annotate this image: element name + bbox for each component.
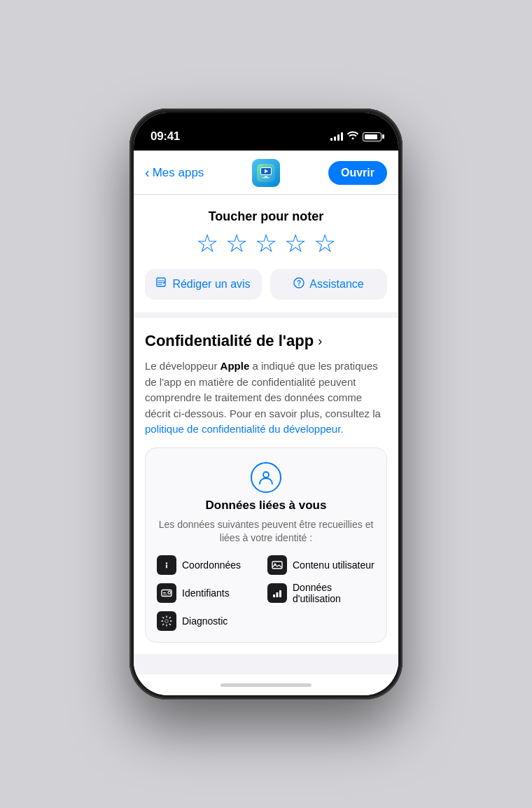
wifi-icon bbox=[347, 131, 358, 141]
svg-rect-5 bbox=[262, 177, 270, 179]
card-icon bbox=[157, 583, 176, 603]
star-2[interactable]: ☆ bbox=[225, 231, 248, 256]
svg-point-9 bbox=[263, 472, 269, 478]
star-3[interactable]: ☆ bbox=[255, 231, 277, 256]
privacy-title[interactable]: Confidentialité de l'app › bbox=[145, 332, 387, 350]
list-item: Coordonnées bbox=[157, 555, 265, 575]
svg-rect-4 bbox=[265, 176, 267, 177]
svg-rect-12 bbox=[166, 564, 167, 568]
back-button[interactable]: ‹ Mes apps bbox=[145, 165, 204, 181]
phone-screen: 09:41 ‹ bbox=[134, 113, 398, 695]
data-grid: Coordonnées Contenu utili bbox=[157, 555, 375, 631]
svg-point-11 bbox=[166, 562, 167, 564]
home-bar bbox=[220, 683, 312, 687]
assistance-icon: ? bbox=[293, 277, 304, 291]
svg-rect-20 bbox=[276, 592, 279, 597]
identifiants-label: Identifiants bbox=[182, 587, 230, 599]
back-chevron-icon: ‹ bbox=[145, 165, 150, 181]
list-item: Identifiants bbox=[157, 582, 265, 604]
privacy-description: Le développeur Apple a indiqué que les p… bbox=[145, 358, 387, 438]
svg-rect-16 bbox=[163, 592, 166, 593]
battery-icon bbox=[363, 132, 382, 141]
rating-title: Toucher pour noter bbox=[209, 209, 324, 224]
assistance-label: Assistance bbox=[309, 278, 363, 291]
svg-rect-17 bbox=[163, 594, 167, 594]
back-label: Mes apps bbox=[153, 166, 204, 180]
diagnostic-label: Diagnostic bbox=[182, 615, 227, 627]
svg-point-18 bbox=[168, 591, 171, 594]
star-4[interactable]: ☆ bbox=[284, 231, 307, 256]
svg-point-22 bbox=[165, 620, 168, 622]
star-5[interactable]: ☆ bbox=[314, 231, 336, 256]
chart-icon bbox=[267, 583, 287, 603]
dynamic-island bbox=[224, 121, 308, 145]
home-indicator bbox=[134, 674, 398, 695]
svg-rect-19 bbox=[273, 594, 275, 597]
privacy-link[interactable]: politique de confidentialité du développ… bbox=[145, 423, 344, 435]
list-item: Contenu utilisateur bbox=[267, 555, 375, 575]
privacy-section: Confidentialité de l'app › Le développeu… bbox=[134, 318, 398, 654]
nav-bar: ‹ Mes apps bbox=[134, 151, 398, 195]
review-button[interactable]: Rédiger un avis bbox=[145, 269, 262, 300]
donnees-label: Donnéesd'utilisation bbox=[293, 582, 341, 604]
status-icons bbox=[330, 132, 382, 141]
data-card-title: Données liées à vous bbox=[206, 499, 327, 513]
svg-rect-13 bbox=[272, 562, 282, 569]
assistance-button[interactable]: ? Assistance bbox=[270, 269, 387, 300]
review-label: Rédiger un avis bbox=[172, 278, 250, 291]
review-icon bbox=[156, 277, 167, 291]
coordonnees-label: Coordonnées bbox=[182, 559, 241, 571]
privacy-chevron-icon: › bbox=[318, 334, 322, 349]
privacy-title-text: Confidentialité de l'app bbox=[145, 332, 314, 350]
photo-icon bbox=[267, 555, 287, 575]
star-1[interactable]: ☆ bbox=[196, 231, 218, 256]
data-card-header: Données liées à vous Les données suivant… bbox=[157, 462, 375, 545]
list-item: Donnéesd'utilisation bbox=[267, 582, 375, 604]
app-icon bbox=[252, 159, 280, 187]
gear-icon bbox=[157, 611, 176, 631]
person-icon bbox=[251, 462, 281, 493]
content-area[interactable]: ‹ Mes apps bbox=[134, 151, 398, 674]
open-button[interactable]: Ouvrir bbox=[328, 161, 387, 185]
data-card-subtitle: Les données suivantes peuvent être recue… bbox=[157, 518, 375, 545]
status-time: 09:41 bbox=[150, 130, 180, 144]
action-buttons: Rédiger un avis ? Assistance bbox=[134, 269, 398, 312]
status-bar: 09:41 bbox=[134, 113, 398, 151]
phone-frame: 09:41 ‹ bbox=[130, 109, 402, 699]
signal-icon bbox=[330, 132, 343, 141]
contenu-label: Contenu utilisateur bbox=[293, 559, 374, 571]
rating-section: Toucher pour noter ☆ ☆ ☆ ☆ ☆ bbox=[134, 195, 398, 269]
svg-rect-21 bbox=[279, 590, 281, 597]
stars-row[interactable]: ☆ ☆ ☆ ☆ ☆ bbox=[196, 231, 336, 256]
data-card[interactable]: Données liées à vous Les données suivant… bbox=[145, 447, 387, 643]
list-item: Diagnostic bbox=[157, 611, 265, 631]
info-icon bbox=[157, 555, 176, 575]
svg-text:?: ? bbox=[297, 279, 301, 287]
